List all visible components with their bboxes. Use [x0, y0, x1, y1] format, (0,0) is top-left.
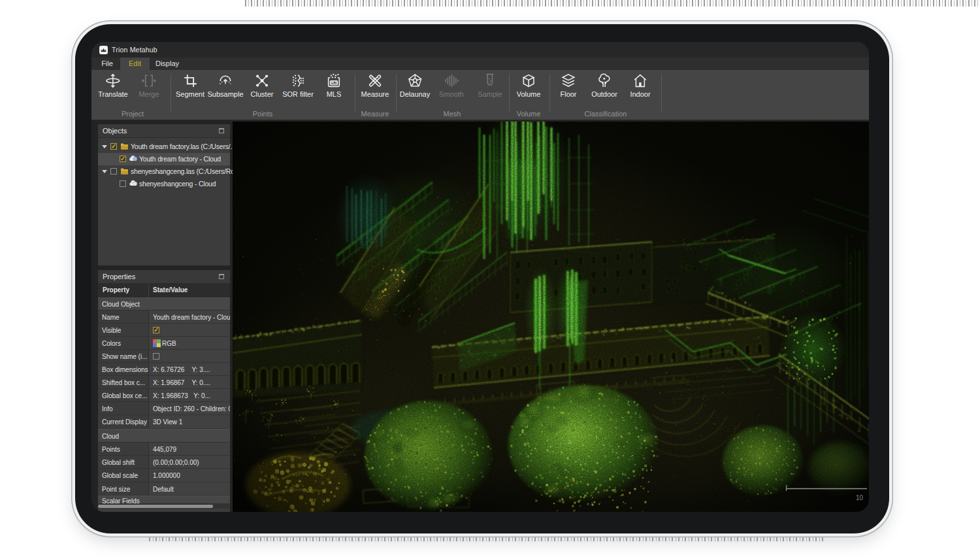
svg-text:10: 10 [856, 494, 864, 501]
svg-text:MLS: MLS [331, 81, 337, 84]
